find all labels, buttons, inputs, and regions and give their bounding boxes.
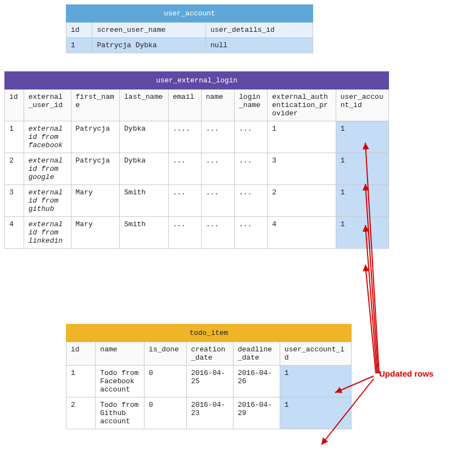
col-header: name (201, 89, 234, 121)
cell: 2016-04-29 (233, 397, 280, 429)
cell: ... (201, 217, 234, 249)
cell: 1 (280, 366, 351, 397)
col-header: user_account_id (280, 342, 351, 366)
cell: 1 (5, 121, 24, 153)
cell: 1 (336, 217, 388, 249)
cell: ... (201, 185, 234, 217)
cell: 2 (5, 153, 24, 185)
cell: Dybka (120, 121, 168, 153)
cell: 4 (268, 217, 336, 249)
cell: 2 (268, 185, 336, 217)
cell: 1 (336, 185, 388, 217)
cell: .... (168, 121, 201, 153)
cell: external id from google (24, 153, 71, 185)
col-header: is_done (144, 342, 186, 366)
cell: 1 (268, 121, 336, 153)
svg-line-3 (365, 265, 376, 373)
cell: 2 (66, 397, 96, 429)
table-user-account: user_account id screen_user_name user_de… (66, 4, 313, 53)
cell: 2016-04-26 (233, 366, 280, 397)
col-header: last_name (120, 89, 168, 121)
cell: Patrycja Dybka (92, 38, 205, 53)
cell: Patrycja (71, 121, 119, 153)
cell: ... (168, 185, 201, 217)
cell: 1 (66, 366, 96, 397)
cell: 4 (5, 217, 24, 249)
cell: 0 (144, 397, 186, 429)
col-header: user_details_id (205, 23, 313, 38)
cell: Patrycja (71, 153, 119, 185)
table-row: 3external id from githubMarySmith.......… (5, 185, 389, 217)
cell: Dybka (120, 153, 168, 185)
cell: external id from facebook (24, 121, 71, 153)
cell: ... (168, 153, 201, 185)
table-title: user_account (66, 5, 313, 23)
cell: external id from github (24, 185, 71, 217)
table-row: 4external id from linkedinMarySmith.....… (5, 217, 389, 249)
annotation-updated-rows: Updated rows (379, 369, 433, 378)
col-header: id (66, 342, 96, 366)
cell: 3 (5, 185, 24, 217)
cell: Todo from Facebook account (96, 366, 144, 397)
col-header: screen_user_name (92, 23, 205, 38)
cell: 0 (144, 366, 186, 397)
cell: ... (235, 153, 268, 185)
col-header: user_account_id (336, 89, 388, 121)
table-todo-item: todo_itemidnameis_donecreation_datedeadl… (66, 324, 352, 429)
cell: Mary (71, 185, 119, 217)
cell: Todo from Github account (96, 397, 144, 429)
cell: ... (235, 217, 268, 249)
table-row: 1external id from facebookPatrycjaDybka.… (5, 121, 389, 153)
cell: 2016-04-23 (186, 397, 233, 429)
cell: Smith (120, 185, 168, 217)
table-title: user_external_login (5, 72, 389, 89)
cell: ... (168, 217, 201, 249)
col-header: external_user_id (24, 89, 71, 121)
cell: ... (235, 121, 268, 153)
cell: 1 (336, 121, 388, 153)
table-row: 2Todo from Github account02016-04-232016… (66, 397, 352, 429)
cell: Smith (120, 217, 168, 249)
diagram-canvas: user_account id screen_user_name user_de… (0, 0, 456, 476)
cell: 1 (66, 38, 92, 53)
col-header: id (66, 23, 92, 38)
col-header: name (96, 342, 144, 366)
cell: 2016-04-25 (186, 366, 233, 397)
cell: null (205, 38, 313, 53)
cell: ... (235, 185, 268, 217)
table-user-external-login: user_external_loginidexternal_user_idfir… (4, 71, 389, 249)
col-header: creation_date (186, 342, 233, 366)
col-header: login_name (235, 89, 268, 121)
cell: Mary (71, 217, 119, 249)
table-row: 1 Patrycja Dybka null (66, 38, 313, 53)
cell: ... (201, 153, 234, 185)
table-row: 1Todo from Facebook account02016-04-2520… (66, 366, 352, 397)
cell: 1 (280, 397, 351, 429)
col-header: id (5, 89, 24, 121)
table-title: todo_item (66, 324, 352, 342)
table-row: 2external id from googlePatrycjaDybka...… (5, 153, 389, 185)
col-header: external_authentication_provider (268, 89, 336, 121)
col-header: deadline_date (233, 342, 280, 366)
col-header: first_name (71, 89, 119, 121)
cell: 1 (336, 153, 388, 185)
cell: external id from linkedin (24, 217, 71, 249)
cell: 3 (268, 153, 336, 185)
col-header: email (168, 89, 201, 121)
cell: ... (201, 121, 234, 153)
